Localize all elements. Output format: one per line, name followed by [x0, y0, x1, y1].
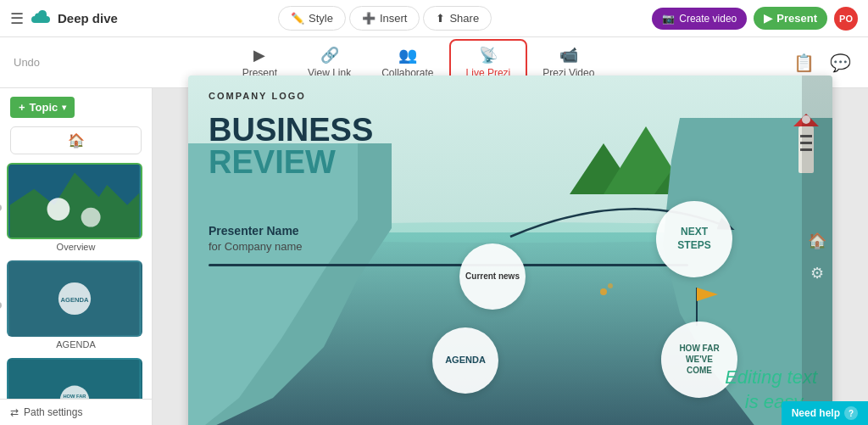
svg-point-36 — [608, 283, 613, 288]
slide-item-3[interactable]: 4-11 HOW FAR WE'VE COME HOW FAR WE'VE CO… — [7, 358, 145, 399]
slide-label-1: Overview — [7, 242, 145, 252]
help-icon: ? — [844, 406, 858, 420]
circle-current-news[interactable]: Current news — [459, 243, 526, 310]
title-line1: BUSINESS — [209, 114, 373, 146]
path-settings-button[interactable]: ⇄ Path settings — [0, 399, 152, 425]
link-icon: 🔗 — [320, 46, 339, 64]
app-title: Deep dive — [58, 11, 118, 25]
plus-icon: + — [19, 101, 25, 114]
style-icon: ✏️ — [291, 12, 304, 25]
canvas-area: COMPANY LOGO BUSINESS REVIEW Presenter N… — [153, 88, 868, 425]
company-logo: COMPANY LOGO — [209, 91, 306, 101]
toolbar-right-icons: 📋 💬 — [790, 49, 854, 76]
share-icon: ⬆ — [436, 12, 445, 25]
presenter-company: for Company name — [209, 240, 303, 253]
slide-thumb-3: 4-11 HOW FAR WE'VE COME — [7, 358, 142, 399]
present-toolbar-icon: ▶ — [253, 46, 265, 64]
cloud-icon — [31, 8, 51, 28]
slide-list: BUSINESS 1 Overview 2-3 — [0, 159, 152, 399]
insert-button[interactable]: ➕ Insert — [349, 6, 420, 31]
insert-icon: ➕ — [362, 12, 376, 25]
sidebar-header: + Topic ▾ — [0, 88, 152, 126]
collaborate-icon: 👥 — [398, 46, 417, 64]
slide-thumb-2: 2-3 AGENDA — [7, 260, 142, 337]
how-far-text: HOW FARWE'VECOME — [679, 343, 719, 376]
topbar-right: 📷 Create video ▶ Present PO — [652, 7, 858, 31]
topic-button[interactable]: + Topic ▾ — [10, 97, 75, 118]
live-prezi-icon: 📡 — [479, 46, 498, 64]
title-line2: REVIEW — [209, 146, 373, 178]
home-button[interactable]: 🏠 — [10, 126, 142, 154]
sidebar: + Topic ▾ 🏠 BUSINESS 1 — [0, 88, 153, 425]
play-icon: ▶ — [764, 12, 772, 25]
svg-text:AGENDA: AGENDA — [60, 296, 89, 304]
presenter-name: Presenter Name — [209, 224, 299, 238]
svg-point-35 — [600, 288, 607, 295]
topbar-center: ✏️ Style ➕ Insert ⬆ Share — [125, 6, 645, 31]
home-icon: 🏠 — [68, 132, 85, 148]
slide-thumb-1: BUSINESS 1 — [7, 163, 142, 239]
path-settings-icon: ⇄ — [10, 406, 19, 418]
slide-item-2[interactable]: 2-3 AGENDA AGENDA — [7, 260, 145, 350]
share-button[interactable]: ⬆ Share — [423, 6, 492, 31]
present-button[interactable]: ▶ Present — [754, 7, 827, 30]
notes-icon[interactable]: 📋 — [790, 49, 818, 76]
settings-canvas-icon[interactable]: ⚙ — [810, 264, 824, 282]
topbar-left: ☰ Deep dive — [10, 8, 118, 28]
slide-item-1[interactable]: BUSINESS 1 Overview — [7, 163, 145, 252]
slide-canvas: COMPANY LOGO BUSINESS REVIEW Presenter N… — [188, 75, 832, 426]
svg-point-2 — [47, 198, 70, 221]
business-review-title: BUSINESS REVIEW — [209, 114, 373, 178]
create-video-button[interactable]: 📷 Create video — [652, 8, 747, 30]
circle-next-steps[interactable]: NEXTSTEPS — [656, 201, 732, 277]
slide-dot-1 — [0, 204, 2, 211]
svg-point-3 — [81, 208, 101, 227]
svg-text:HOW FAR: HOW FAR — [63, 394, 86, 399]
need-help-label: Need help — [792, 407, 840, 419]
prezi-video-icon: 📹 — [559, 46, 578, 64]
avatar[interactable]: PO — [834, 7, 858, 31]
home-canvas-icon[interactable]: 🏠 — [808, 232, 826, 250]
undo-button[interactable]: Undo — [14, 56, 40, 69]
right-panel: 🏠 ⚙ — [802, 75, 832, 426]
agenda-text: AGENDA — [445, 355, 486, 366]
comments-icon[interactable]: 💬 — [826, 49, 854, 76]
need-help-button[interactable]: Need help ? — [782, 401, 868, 425]
topbar: ☰ Deep dive ✏️ Style ➕ Insert ⬆ Share 📷 … — [0, 0, 868, 37]
style-button[interactable]: ✏️ Style — [278, 6, 346, 31]
hamburger-icon[interactable]: ☰ — [10, 9, 24, 28]
topic-chevron-icon: ▾ — [62, 103, 66, 112]
slide-label-2: AGENDA — [7, 339, 145, 350]
main-layout: + Topic ▾ 🏠 BUSINESS 1 — [0, 88, 868, 425]
video-icon: 📷 — [662, 13, 675, 25]
progress-line — [209, 264, 688, 266]
circle-agenda[interactable]: AGENDA — [432, 327, 498, 394]
slide-dot-2 — [0, 302, 2, 309]
next-steps-text: NEXTSTEPS — [677, 226, 710, 252]
current-news-text: Current news — [465, 271, 520, 282]
